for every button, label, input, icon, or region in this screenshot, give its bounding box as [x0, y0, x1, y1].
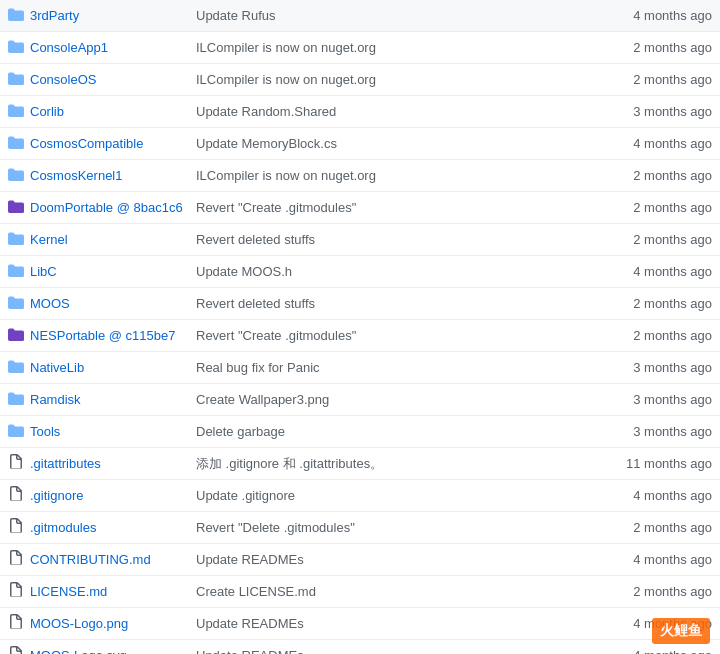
folder-icon	[8, 262, 24, 278]
folder-icon	[8, 230, 24, 246]
commit-message: Update READMEs	[188, 616, 592, 631]
file-name-cell: .gitmodules	[8, 518, 188, 537]
folder-icon	[8, 294, 24, 310]
folder-icon	[8, 134, 24, 150]
file-name-link[interactable]: ConsoleApp1	[30, 40, 108, 55]
commit-time: 4 months ago	[592, 264, 712, 279]
file-name-cell: MOOS-Logo.svg	[8, 646, 188, 654]
file-name-link[interactable]: CosmosCompatible	[30, 136, 143, 151]
table-row: LICENSE.mdCreate LICENSE.md2 months ago	[0, 576, 720, 608]
file-name-link[interactable]: Corlib	[30, 104, 64, 119]
file-name-cell: DoomPortable @ 8bac1c6	[8, 198, 188, 217]
file-name-link[interactable]: Tools	[30, 424, 60, 439]
file-name-link[interactable]: NESPortable @ c115be7	[30, 328, 175, 343]
commit-message: Update READMEs	[188, 648, 592, 654]
file-name-link[interactable]: MOOS-Logo.png	[30, 616, 128, 631]
commit-message: Update READMEs	[188, 552, 592, 567]
file-name-link[interactable]: .gitattributes	[30, 456, 101, 471]
table-row: ToolsDelete garbage3 months ago	[0, 416, 720, 448]
table-row: CONTRIBUTING.mdUpdate READMEs4 months ag…	[0, 544, 720, 576]
commit-time: 4 months ago	[592, 648, 712, 654]
file-name-cell: LibC	[8, 262, 188, 281]
table-row: DoomPortable @ 8bac1c6Revert "Create .gi…	[0, 192, 720, 224]
table-row: .gitignoreUpdate .gitignore4 months ago	[0, 480, 720, 512]
commit-time: 4 months ago	[592, 136, 712, 151]
table-row: NESPortable @ c115be7Revert "Create .git…	[0, 320, 720, 352]
file-name-cell: LICENSE.md	[8, 582, 188, 601]
file-name-link[interactable]: LICENSE.md	[30, 584, 107, 599]
file-name-link[interactable]: MOOS-Logo.svg	[30, 648, 127, 654]
file-icon	[8, 518, 24, 534]
table-row: LibCUpdate MOOS.h4 months ago	[0, 256, 720, 288]
commit-time: 2 months ago	[592, 584, 712, 599]
commit-time: 2 months ago	[592, 296, 712, 311]
file-name-cell: CONTRIBUTING.md	[8, 550, 188, 569]
folder-icon	[8, 166, 24, 182]
file-name-cell: ConsoleOS	[8, 70, 188, 89]
folder-icon	[8, 6, 24, 22]
commit-time: 4 months ago	[592, 488, 712, 503]
file-name-link[interactable]: 3rdParty	[30, 8, 79, 23]
file-name-cell: CosmosKernel1	[8, 166, 188, 185]
file-name-cell: CosmosCompatible	[8, 134, 188, 153]
file-name-link[interactable]: CosmosKernel1	[30, 168, 123, 183]
folder-icon	[8, 390, 24, 406]
commit-message: Create Wallpaper3.png	[188, 392, 592, 407]
table-row: NativeLibReal bug fix for Panic3 months …	[0, 352, 720, 384]
file-icon	[8, 646, 24, 654]
file-name-cell: Ramdisk	[8, 390, 188, 409]
commit-message: 添加 .gitignore 和 .gitattributes。	[188, 455, 592, 473]
commit-message: Revert "Create .gitmodules"	[188, 200, 592, 215]
file-name-link[interactable]: LibC	[30, 264, 57, 279]
table-row: 3rdPartyUpdate Rufus4 months ago	[0, 0, 720, 32]
commit-time: 11 months ago	[592, 456, 712, 471]
commit-message: Update Rufus	[188, 8, 592, 23]
folder-icon	[8, 198, 24, 214]
file-name-link[interactable]: DoomPortable @ 8bac1c6	[30, 200, 183, 215]
commit-time: 2 months ago	[592, 232, 712, 247]
commit-message: Update Random.Shared	[188, 104, 592, 119]
folder-icon	[8, 102, 24, 118]
file-name-link[interactable]: NativeLib	[30, 360, 84, 375]
commit-message: Update MemoryBlock.cs	[188, 136, 592, 151]
file-name-link[interactable]: CONTRIBUTING.md	[30, 552, 151, 567]
commit-message: ILCompiler is now on nuget.org	[188, 40, 592, 55]
file-name-cell: Corlib	[8, 102, 188, 121]
folder-icon	[8, 358, 24, 374]
commit-message: Create LICENSE.md	[188, 584, 592, 599]
commit-time: 2 months ago	[592, 40, 712, 55]
commit-message: Delete garbage	[188, 424, 592, 439]
file-name-link[interactable]: Ramdisk	[30, 392, 81, 407]
table-row: .gitattributes添加 .gitignore 和 .gitattrib…	[0, 448, 720, 480]
file-name-cell: NativeLib	[8, 358, 188, 377]
commit-message: Update .gitignore	[188, 488, 592, 503]
commit-time: 3 months ago	[592, 424, 712, 439]
commit-time: 2 months ago	[592, 520, 712, 535]
file-name-cell: Kernel	[8, 230, 188, 249]
table-row: ConsoleApp1ILCompiler is now on nuget.or…	[0, 32, 720, 64]
commit-message: Revert deleted stuffs	[188, 232, 592, 247]
file-name-cell: MOOS	[8, 294, 188, 313]
file-name-cell: .gitignore	[8, 486, 188, 505]
commit-message: Real bug fix for Panic	[188, 360, 592, 375]
file-name-link[interactable]: MOOS	[30, 296, 70, 311]
table-row: CosmosKernel1ILCompiler is now on nuget.…	[0, 160, 720, 192]
file-icon	[8, 550, 24, 566]
folder-icon	[8, 326, 24, 342]
folder-icon	[8, 70, 24, 86]
commit-message: Revert "Create .gitmodules"	[188, 328, 592, 343]
file-name-link[interactable]: Kernel	[30, 232, 68, 247]
file-name-link[interactable]: .gitmodules	[30, 520, 96, 535]
file-icon	[8, 486, 24, 502]
file-name-link[interactable]: ConsoleOS	[30, 72, 96, 87]
commit-message: ILCompiler is now on nuget.org	[188, 72, 592, 87]
commit-time: 2 months ago	[592, 200, 712, 215]
file-name-link[interactable]: .gitignore	[30, 488, 83, 503]
table-row: ConsoleOSILCompiler is now on nuget.org2…	[0, 64, 720, 96]
folder-icon	[8, 422, 24, 438]
file-name-cell: ConsoleApp1	[8, 38, 188, 57]
file-name-cell: 3rdParty	[8, 6, 188, 25]
table-row: KernelRevert deleted stuffs2 months ago	[0, 224, 720, 256]
table-row: .gitmodulesRevert "Delete .gitmodules"2 …	[0, 512, 720, 544]
table-row: RamdiskCreate Wallpaper3.png3 months ago	[0, 384, 720, 416]
